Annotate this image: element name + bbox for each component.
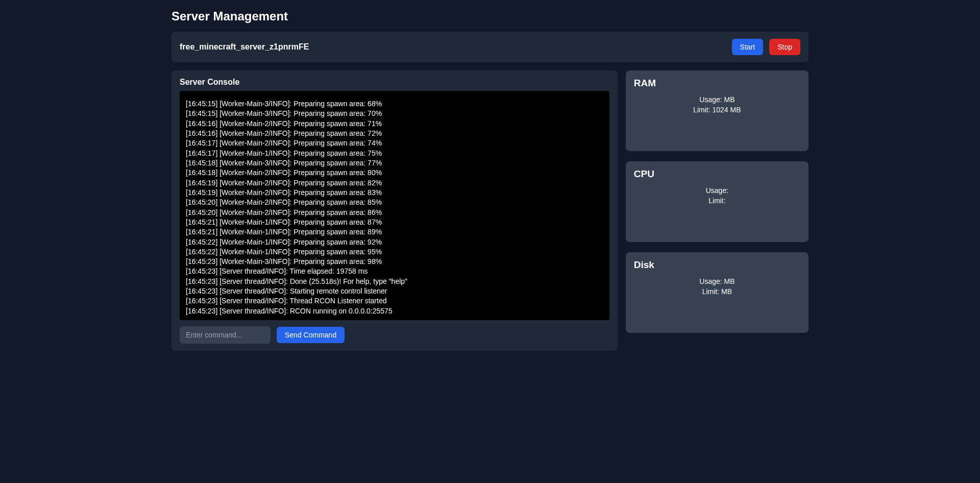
ram-limit: Limit: 1024 MB (634, 105, 800, 115)
console-line: [16:45:19] [Worker-Main-2/INFO]: Prepari… (186, 188, 603, 198)
console-line: [16:45:15] [Worker-Main-3/INFO]: Prepari… (186, 109, 603, 118)
console-line: [16:45:21] [Worker-Main-1/INFO]: Prepari… (186, 218, 603, 227)
console-line: [16:45:16] [Worker-Main-2/INFO]: Prepari… (186, 119, 603, 129)
console-line: [16:45:15] [Worker-Main-3/INFO]: Prepari… (186, 99, 603, 109)
stop-button[interactable]: Stop (769, 39, 800, 55)
disk-title: Disk (634, 259, 800, 271)
server-name: free_minecraft_server_z1pnrmFE (180, 42, 309, 52)
console-line: [16:45:20] [Worker-Main-2/INFO]: Prepari… (186, 208, 603, 218)
console-line: [16:45:16] [Worker-Main-2/INFO]: Prepari… (186, 129, 603, 138)
console-line: [16:45:23] [Worker-Main-3/INFO]: Prepari… (186, 257, 603, 267)
command-input[interactable] (180, 326, 271, 344)
console-line: [16:45:17] [Worker-Main-2/INFO]: Prepari… (186, 138, 603, 148)
console-line: [16:45:23] [Server thread/INFO]: Startin… (186, 286, 603, 296)
console-line: [16:45:22] [Worker-Main-1/INFO]: Prepari… (186, 237, 603, 247)
console-output[interactable]: [16:45:15] [Worker-Main-3/INFO]: Prepari… (180, 91, 609, 320)
cpu-usage: Usage: (634, 186, 800, 196)
console-line: [16:45:18] [Worker-Main-3/INFO]: Prepari… (186, 158, 603, 168)
console-card: Server Console [16:45:15] [Worker-Main-3… (172, 70, 618, 351)
console-line: [16:45:23] [Server thread/INFO]: Time el… (186, 267, 603, 276)
console-title: Server Console (180, 78, 609, 87)
ram-card: RAM Usage: MB Limit: 1024 MB (626, 70, 808, 151)
console-line: [16:45:23] [Server thread/INFO]: RCON ru… (186, 306, 603, 316)
console-line: [16:45:20] [Worker-Main-2/INFO]: Prepari… (186, 198, 603, 207)
console-line: [16:45:23] [Server thread/INFO]: Done (2… (186, 277, 603, 286)
console-line: [16:45:22] [Worker-Main-1/INFO]: Prepari… (186, 247, 603, 257)
console-line: [16:45:23] [Server thread/INFO]: Thread … (186, 296, 603, 306)
server-header-card: free_minecraft_server_z1pnrmFE Start Sto… (172, 32, 808, 62)
ram-usage: Usage: MB (634, 95, 800, 105)
send-command-button[interactable]: Send Command (277, 327, 345, 343)
cpu-card: CPU Usage: Limit: (626, 161, 808, 242)
start-button[interactable]: Start (732, 39, 764, 55)
console-line: [16:45:19] [Worker-Main-2/INFO]: Prepari… (186, 178, 603, 188)
ram-title: RAM (634, 78, 800, 89)
disk-limit: Limit: MB (634, 287, 800, 297)
disk-card: Disk Usage: MB Limit: MB (626, 252, 808, 333)
console-line: [16:45:18] [Worker-Main-2/INFO]: Prepari… (186, 168, 603, 178)
page-title: Server Management (172, 9, 808, 23)
cpu-title: CPU (634, 168, 800, 180)
console-line: [16:45:21] [Worker-Main-1/INFO]: Prepari… (186, 227, 603, 237)
console-line: [16:45:17] [Worker-Main-1/INFO]: Prepari… (186, 149, 603, 158)
disk-usage: Usage: MB (634, 277, 800, 287)
cpu-limit: Limit: (634, 196, 800, 206)
